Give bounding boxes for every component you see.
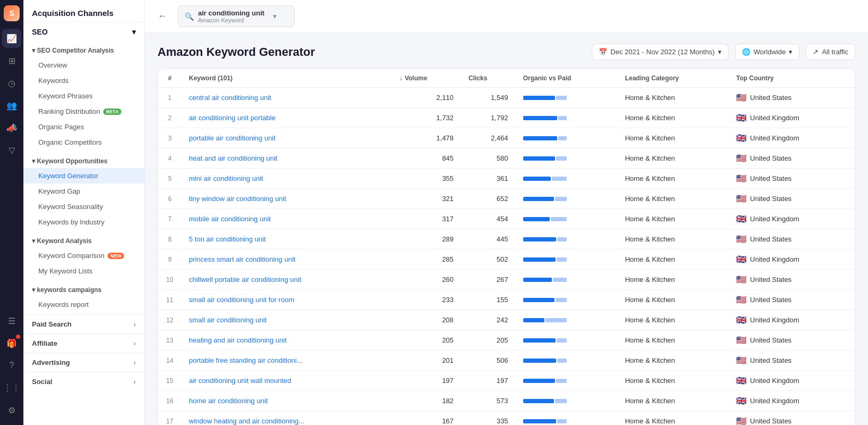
sidebar-item-keyword-gap[interactable]: Keyword Gap	[23, 184, 144, 199]
cell-clicks: 155	[461, 290, 515, 310]
nav-funnel-icon[interactable]: ▽	[2, 140, 21, 160]
cell-rank: 15	[158, 371, 181, 391]
sidebar-item-keywords-report[interactable]: Keywords report	[23, 297, 144, 312]
cell-keyword[interactable]: small air conditioning unit	[181, 310, 392, 330]
cell-rank: 5	[158, 169, 181, 189]
seo-section-header[interactable]: SEO ▾	[23, 22, 144, 41]
cell-keyword[interactable]: chillwell portable air conditioning unit	[181, 270, 392, 290]
bar-organic	[523, 298, 555, 302]
search-bar[interactable]: 🔍 air conditioning unit Amazon Keyword ▾	[178, 5, 295, 27]
cell-keyword[interactable]: mobile air conditioning unit	[181, 209, 392, 229]
col-organic-paid: Organic vs Paid	[516, 69, 618, 88]
cell-keyword[interactable]: portable air conditioning unit	[181, 128, 392, 148]
nav-campaigns-icon[interactable]: 📣	[2, 118, 21, 137]
cell-country: 🇺🇸 United States	[729, 88, 855, 108]
sort-icon: ↓	[399, 74, 402, 82]
sidebar-item-keywords-by-industry[interactable]: Keywords by Industry	[23, 214, 144, 230]
date-range-filter[interactable]: 📅 Dec 2021 - Nov 2022 (12 Months) ▾	[592, 44, 729, 60]
nav-analytics-icon[interactable]: ◷	[2, 73, 21, 93]
sidebar-item-affiliate[interactable]: Affiliate ›	[23, 334, 144, 353]
sidebar-item-keywords[interactable]: Keywords	[23, 73, 144, 88]
col-clicks[interactable]: Clicks	[461, 69, 515, 88]
nav-dashboard-icon[interactable]: ⊞	[2, 51, 21, 70]
location-filter[interactable]: 🌐 Worldwide ▾	[735, 44, 799, 60]
keyword-opportunities-header[interactable]: ▾ Keyword Opportunities	[23, 154, 144, 168]
nav-settings-icon[interactable]: ⚙	[2, 401, 21, 420]
col-country: Top Country	[729, 69, 855, 88]
country-name: United Kingdom	[750, 377, 799, 385]
cell-volume: 1,732	[392, 108, 461, 128]
keywords-campaigns-header[interactable]: ▾ keywords campaigns	[23, 283, 144, 297]
cell-category: Home & Kitchen	[617, 270, 729, 290]
cell-clicks: 1,792	[461, 108, 515, 128]
sidebar-item-my-keyword-lists[interactable]: My Keyword Lists	[23, 263, 144, 279]
cell-keyword[interactable]: princess smart air conditioning unit	[181, 249, 392, 270]
col-category: Leading Category	[617, 69, 729, 88]
cell-category: Home & Kitchen	[617, 148, 729, 169]
search-icon: 🔍	[185, 12, 194, 21]
cell-keyword[interactable]: air conditioning unit wall mounted	[181, 371, 392, 391]
cell-category: Home & Kitchen	[617, 108, 729, 128]
bar-organic	[523, 359, 556, 363]
bar-organic	[523, 318, 544, 322]
search-dropdown-icon[interactable]: ▾	[273, 12, 277, 20]
sidebar-item-overview[interactable]: Overview	[23, 57, 144, 73]
cell-keyword[interactable]: mini air conditioning unit	[181, 169, 392, 189]
bar-paid	[552, 177, 567, 181]
cell-volume: 321	[392, 189, 461, 209]
cell-volume: 845	[392, 148, 461, 169]
cell-rank: 7	[158, 209, 181, 229]
country-cell: 🇺🇸 United States	[736, 416, 847, 425]
sidebar-item-organic-pages[interactable]: Organic Pages	[23, 119, 144, 135]
search-sub: Amazon Keyword	[198, 17, 264, 23]
nav-audience-icon[interactable]: 👥	[2, 96, 21, 115]
cell-keyword[interactable]: heating and air conditioning unit	[181, 330, 392, 351]
cell-clicks: 573	[461, 391, 515, 411]
col-volume[interactable]: ↓Volume	[392, 69, 461, 88]
col-keyword[interactable]: Keyword (101)	[181, 69, 392, 88]
cell-category: Home & Kitchen	[617, 88, 729, 108]
sidebar-item-keyword-generator[interactable]: Keyword Generator	[23, 168, 144, 184]
nav-grid-icon[interactable]: ⋮⋮	[2, 378, 21, 397]
sidebar-item-advertising[interactable]: Advertising ›	[23, 353, 144, 372]
sidebar-item-ranking-distribution[interactable]: Ranking Distribution BETA	[23, 104, 144, 119]
cell-country: 🇺🇸 United States	[729, 330, 855, 351]
keyword-analysis-header[interactable]: ▾ Keyword Analysis	[23, 234, 144, 248]
sidebar-item-social[interactable]: Social ›	[23, 372, 144, 391]
seo-competitor-label: ▾ SEO Competitor Analysis	[32, 47, 114, 54]
cell-keyword[interactable]: home air conditioning unit	[181, 391, 392, 411]
table-row: 7 mobile air conditioning unit 317 454 H…	[158, 209, 855, 229]
bar-organic	[523, 338, 556, 343]
nav-seo-icon[interactable]: 📈	[2, 29, 21, 48]
cell-keyword[interactable]: heat and air conditioning unit	[181, 148, 392, 169]
country-flag: 🇺🇸	[736, 274, 747, 285]
cell-clicks: 242	[461, 310, 515, 330]
sidebar-item-paid-search[interactable]: Paid Search ›	[23, 314, 144, 334]
seo-competitor-header[interactable]: ▾ SEO Competitor Analysis	[23, 44, 144, 57]
cell-keyword[interactable]: portable free standing air conditioni...	[181, 351, 392, 371]
nav-help-icon[interactable]: ?	[2, 356, 21, 375]
sidebar-item-organic-competitors[interactable]: Organic Competitors	[23, 135, 144, 150]
advertising-label: Advertising	[32, 359, 70, 366]
sidebar-item-keyword-phrases[interactable]: Keyword Phrases	[23, 88, 144, 104]
cell-keyword[interactable]: air conditioning unit portable	[181, 108, 392, 128]
nav-menu-icon[interactable]: ☰	[2, 311, 21, 330]
cell-keyword[interactable]: 5 ton air conditioning unit	[181, 229, 392, 249]
traffic-filter[interactable]: ↗ All traffic	[806, 44, 855, 60]
bar-organic	[523, 177, 551, 181]
cell-keyword[interactable]: small air conditioning unit for room	[181, 290, 392, 310]
cell-country: 🇺🇸 United States	[729, 189, 855, 209]
main-content: ← 🔍 air conditioning unit Amazon Keyword…	[145, 0, 868, 425]
app-logo[interactable]: S	[4, 5, 20, 21]
nav-gift-icon[interactable]: 🎁	[2, 334, 21, 353]
sidebar-item-keyword-seasonality[interactable]: Keyword Seasonality	[23, 199, 144, 214]
cell-keyword[interactable]: central air conditioning unit	[181, 88, 392, 108]
table-row: 6 tiny window air conditioning unit 321 …	[158, 189, 855, 209]
back-button[interactable]: ←	[155, 9, 169, 24]
sidebar-item-keyword-comparison[interactable]: Keyword Comparison NEW	[23, 248, 144, 263]
cell-keyword[interactable]: window heating and air conditioning...	[181, 411, 392, 426]
country-flag: 🇺🇸	[736, 153, 747, 163]
cell-keyword[interactable]: tiny window air conditioning unit	[181, 189, 392, 209]
bar-organic	[523, 156, 555, 161]
traffic-icon: ↗	[813, 48, 819, 56]
